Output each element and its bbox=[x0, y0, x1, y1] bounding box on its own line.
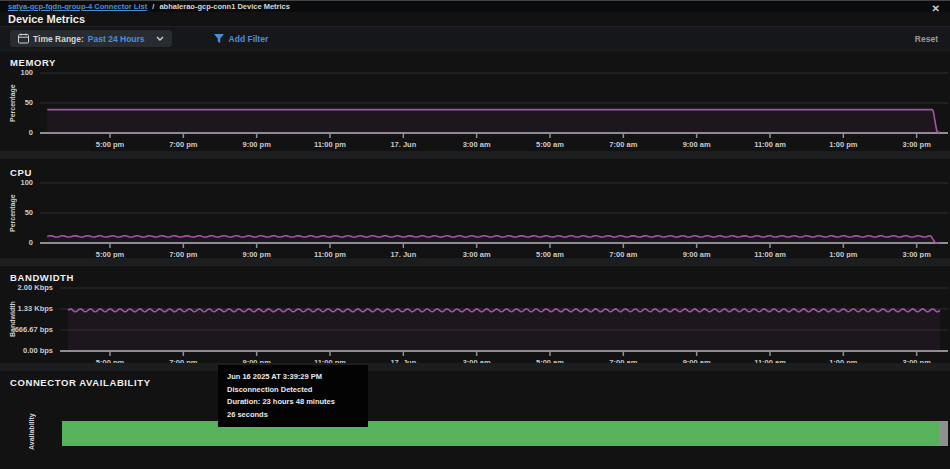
availability-segment-disconnected[interactable] bbox=[939, 421, 948, 446]
y-tick-label: 50 bbox=[0, 208, 33, 217]
toolbar: Time Range: Past 24 Hours Add Filter Res… bbox=[0, 26, 950, 51]
y-tick-label: 0 bbox=[0, 238, 33, 247]
x-tick-label: 5:00 am bbox=[518, 140, 582, 149]
breadcrumb-link[interactable]: satya-gcp-fqdn-group-4 Connector List bbox=[8, 2, 147, 11]
section-divider bbox=[0, 151, 950, 159]
availability-axis-label: Availability bbox=[28, 409, 35, 455]
cpu-chart[interactable] bbox=[0, 177, 950, 253]
x-tick-label: 9:00 pm bbox=[225, 140, 289, 149]
calendar-icon bbox=[18, 33, 29, 44]
x-tick-label: 1:00 pm bbox=[811, 140, 875, 149]
y-tick-label: 2.00 Kbps bbox=[0, 283, 53, 292]
section-divider bbox=[0, 258, 950, 266]
bandwidth-bps-area bbox=[68, 309, 940, 351]
connector-availability-section: CONNECTOR AVAILABILITY Availability bbox=[0, 373, 950, 469]
y-tick-label: 666.67 bps bbox=[0, 325, 53, 334]
x-tick-label: 5:00 pm bbox=[78, 140, 142, 149]
time-range-label: Time Range: bbox=[33, 34, 84, 44]
tooltip-duration-seconds: 26 seconds bbox=[227, 409, 359, 422]
y-tick-label: 0 bbox=[0, 128, 33, 137]
x-tick-label: 7:00 pm bbox=[151, 140, 215, 149]
memory-percentage-area bbox=[47, 110, 940, 133]
breadcrumb-separator: / bbox=[149, 2, 157, 11]
section-divider bbox=[0, 363, 950, 371]
x-tick-label: 11:00 am bbox=[738, 140, 802, 149]
availability-bar[interactable] bbox=[62, 421, 948, 446]
cpu-chart-section: CPU Percentage 0501005:00 pm7:00 pm9:00 … bbox=[0, 163, 950, 258]
y-tick-label: 100 bbox=[0, 68, 33, 77]
tooltip-timestamp: Jun 16 2025 AT 3:39:29 PM bbox=[227, 371, 359, 384]
x-tick-label: 9:00 am bbox=[665, 140, 729, 149]
availability-segment-available[interactable] bbox=[62, 421, 939, 446]
y-tick-label: 0.00 bps bbox=[0, 346, 53, 355]
connector-availability-title: CONNECTOR AVAILABILITY bbox=[10, 377, 151, 388]
reset-button[interactable]: Reset bbox=[915, 34, 938, 44]
x-tick-label: 3:00 am bbox=[445, 140, 509, 149]
memory-chart-section: MEMORY Percentage 0501005:00 pm7:00 pm9:… bbox=[0, 53, 950, 151]
page-title: Device Metrics bbox=[8, 13, 85, 25]
breadcrumb: satya-gcp-fqdn-group-4 Connector List / … bbox=[8, 2, 290, 11]
disconnection-tooltip: Jun 16 2025 AT 3:39:29 PM Disconnection … bbox=[218, 365, 368, 427]
x-tick-label: 3:00 pm bbox=[885, 140, 949, 149]
time-range-value: Past 24 Hours bbox=[88, 34, 145, 44]
filter-icon bbox=[214, 34, 224, 44]
x-tick-label: 17. Jun bbox=[371, 140, 435, 149]
add-filter-button[interactable]: Add Filter bbox=[214, 34, 269, 44]
y-tick-label: 50 bbox=[0, 98, 33, 107]
tooltip-event: Disconnection Detected bbox=[227, 384, 359, 397]
chevron-down-icon bbox=[156, 36, 164, 41]
bandwidth-chart[interactable] bbox=[0, 282, 950, 362]
time-range-dropdown[interactable]: Time Range: Past 24 Hours bbox=[10, 30, 172, 47]
y-tick-label: 1.33 Kbps bbox=[0, 304, 53, 313]
bandwidth-chart-section: BANDWIDTH Bandwidth 0.00 bps666.67 bps1.… bbox=[0, 268, 950, 363]
x-tick-label: 11:00 pm bbox=[298, 140, 362, 149]
x-tick-label: 7:00 am bbox=[591, 140, 655, 149]
tooltip-duration: Duration: 23 hours 48 minutes bbox=[227, 396, 359, 409]
memory-chart[interactable] bbox=[0, 67, 950, 143]
breadcrumb-bar: satya-gcp-fqdn-group-4 Connector List / … bbox=[0, 1, 950, 12]
y-tick-label: 100 bbox=[0, 178, 33, 187]
add-filter-label: Add Filter bbox=[229, 34, 269, 44]
close-icon[interactable]: ✕ bbox=[932, 3, 940, 14]
breadcrumb-current: abhalerao-gcp-conn1 Device Metrics bbox=[159, 2, 289, 11]
